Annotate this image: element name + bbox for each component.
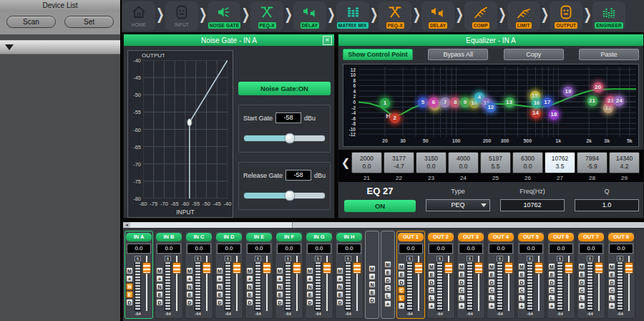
strip-out-1-fader-handle[interactable] <box>414 262 423 274</box>
strip-in-e-button-d[interactable]: D <box>246 299 253 306</box>
eq-band-button-21[interactable]: 20000.0 <box>351 152 382 173</box>
mixer-scrollbar[interactable]: ◂ <box>123 222 644 229</box>
strip-out-1-button-m[interactable]: M <box>398 263 405 270</box>
eq-control-point-1[interactable]: 1 <box>380 98 390 108</box>
strip-in-d[interactable]: IN D0.0M+NED6-64 <box>215 231 243 319</box>
eq-band-button-25[interactable]: 51975.5 <box>480 152 511 173</box>
strip-out-7-button-plus[interactable]: + <box>578 302 585 310</box>
strip-out-2-button-c[interactable]: C <box>428 287 435 294</box>
strip-in-h-button-plus[interactable]: + <box>336 275 343 282</box>
release-gate-slider-thumb[interactable] <box>285 191 296 201</box>
eq-control-point-13[interactable]: 13 <box>504 97 514 107</box>
strip-in-f-button-d[interactable]: D <box>276 299 283 306</box>
strip-in-c-button-n[interactable]: N <box>186 283 193 290</box>
strip-in-c-button-plus[interactable]: + <box>186 275 193 282</box>
eq-control-point-7[interactable]: 7 <box>440 97 450 107</box>
eq-band-button-28[interactable]: 7994-5.9 <box>577 152 608 173</box>
strip-out-7[interactable]: OUT 70.0MEDCL+6-64 <box>577 231 605 319</box>
master-out-button-plus[interactable]: + <box>384 300 391 307</box>
strip-out-7-fader-handle[interactable] <box>595 262 603 274</box>
strip-in-g-button-plus[interactable]: + <box>306 275 313 282</box>
strip-in-f-button-plus[interactable]: + <box>276 275 283 282</box>
strip-out-6-button-c[interactable]: C <box>548 287 555 294</box>
strip-out-1-button-l[interactable]: L <box>398 294 405 302</box>
strip-out-8-button-c[interactable]: C <box>608 287 615 294</box>
eq-band-button-22[interactable]: 3177-4.7 <box>384 152 414 173</box>
strip-in-g-button-e[interactable]: E <box>306 291 313 298</box>
strip-out-8[interactable]: OUT 80.0MEDCL+6-64 <box>607 231 635 319</box>
gate-threshold-handle[interactable] <box>187 119 192 126</box>
strip-in-c-fader-handle[interactable] <box>203 262 211 274</box>
start-gate-slider-thumb[interactable] <box>285 133 296 144</box>
strip-in-a-fader[interactable] <box>142 256 152 317</box>
eq-control-point-21[interactable]: 21 <box>587 96 597 106</box>
strip-out-2-button-d[interactable]: D <box>428 279 435 286</box>
strip-in-h-button-m[interactable]: M <box>336 267 343 274</box>
bypass-all-button[interactable]: Bypass All <box>428 49 488 60</box>
q-value-field[interactable]: 1.0 <box>575 199 639 211</box>
strip-out-8-button-l[interactable]: L <box>608 294 615 302</box>
strip-out-1-fader[interactable] <box>414 256 424 317</box>
strip-out-2-button-plus[interactable]: + <box>428 302 435 310</box>
strip-out-6-button-d[interactable]: D <box>548 279 555 286</box>
strip-out-3-button-e[interactable]: E <box>458 271 465 278</box>
strip-in-c[interactable]: IN C0.0M+NED6-64 <box>185 231 213 319</box>
strip-out-5-fader[interactable] <box>535 256 544 317</box>
strip-in-d-fader-handle[interactable] <box>233 262 241 274</box>
strip-out-8-button-e[interactable]: E <box>608 271 615 278</box>
strip-in-h-button-d[interactable]: D <box>336 299 343 306</box>
strip-out-2-button-l[interactable]: L <box>428 294 435 302</box>
equalizer-plot[interactable]: 1H25367891041112131514161718192120222324 <box>358 67 636 137</box>
strip-out-7-fader[interactable] <box>595 256 604 317</box>
strip-out-6-button-plus[interactable]: + <box>548 302 555 310</box>
strip-in-g-button-m[interactable]: M <box>306 267 313 274</box>
eq-control-point-12[interactable]: 12 <box>486 102 496 112</box>
set-button[interactable]: Set <box>64 16 114 28</box>
eq-band-button-24[interactable]: 40000.0 <box>448 152 479 173</box>
toolbar-item-peq-x[interactable]: PEQ-X <box>250 1 283 31</box>
scan-button[interactable]: Scan <box>6 16 56 28</box>
strip-out-1-button-e[interactable]: E <box>398 271 405 278</box>
strip-out-7-button-c[interactable]: C <box>578 287 585 294</box>
strip-in-e-fader-handle[interactable] <box>263 262 271 274</box>
strip-out-2-fader[interactable] <box>444 256 454 317</box>
strip-out-1-button-c[interactable]: C <box>398 287 405 294</box>
strip-out-5-fader-handle[interactable] <box>535 262 543 274</box>
toolbar-item-input[interactable]: INPUT <box>165 1 198 31</box>
toolbar-item-delay[interactable]: DELAY <box>293 1 326 31</box>
strip-out-4-button-d[interactable]: D <box>488 279 495 286</box>
strip-out-8-button-m[interactable]: M <box>608 263 615 270</box>
strip-in-d-button-d[interactable]: D <box>216 299 223 306</box>
eq-control-point-6[interactable]: 6 <box>429 97 439 107</box>
eq-control-point-20[interactable]: 20 <box>593 82 603 92</box>
master-input-strip[interactable]: M+NED <box>365 231 379 319</box>
strip-out-6-value[interactable]: 0.0 <box>549 244 573 254</box>
strip-in-h-button-e[interactable]: E <box>336 291 343 298</box>
eq-band-button-26[interactable]: 63000.0 <box>512 152 543 173</box>
strip-out-5-button-plus[interactable]: + <box>518 302 525 310</box>
strip-out-6-button-m[interactable]: M <box>548 263 555 270</box>
strip-in-d-button-plus[interactable]: + <box>216 275 223 282</box>
strip-in-h-fader-handle[interactable] <box>353 262 361 274</box>
strip-in-b-button-n[interactable]: N <box>156 283 163 290</box>
strip-in-e[interactable]: IN E0.0M+NED6-64 <box>245 231 273 319</box>
eq-control-point-18[interactable]: 18 <box>549 110 559 120</box>
strip-in-f-value[interactable]: 0.0 <box>277 244 301 254</box>
strip-in-c-button-d[interactable]: D <box>186 299 193 306</box>
mixer-scrollbar-thumb[interactable] <box>130 222 293 228</box>
eq-control-point-16[interactable]: 16 <box>532 98 542 108</box>
strip-in-c-fader[interactable] <box>203 256 212 317</box>
strip-in-f-button-n[interactable]: N <box>276 283 283 290</box>
strip-out-4-fader-handle[interactable] <box>504 262 513 274</box>
type-dropdown[interactable]: PEQ <box>426 199 490 211</box>
strip-out-6[interactable]: OUT 60.0MEDCL+6-64 <box>547 231 575 319</box>
strip-in-a-button-n[interactable]: N <box>126 283 133 290</box>
strip-in-a-button-d[interactable]: D <box>126 299 133 306</box>
strip-out-3-button-d[interactable]: D <box>458 279 465 286</box>
strip-out-4-button-m[interactable]: M <box>488 263 495 270</box>
strip-out-6-button-l[interactable]: L <box>548 294 555 302</box>
strip-out-3-button-l[interactable]: L <box>458 294 465 302</box>
strip-in-f-button-m[interactable]: M <box>276 267 283 274</box>
eq-on-button[interactable]: ON <box>344 200 416 212</box>
strip-in-c-value[interactable]: 0.0 <box>187 244 211 254</box>
